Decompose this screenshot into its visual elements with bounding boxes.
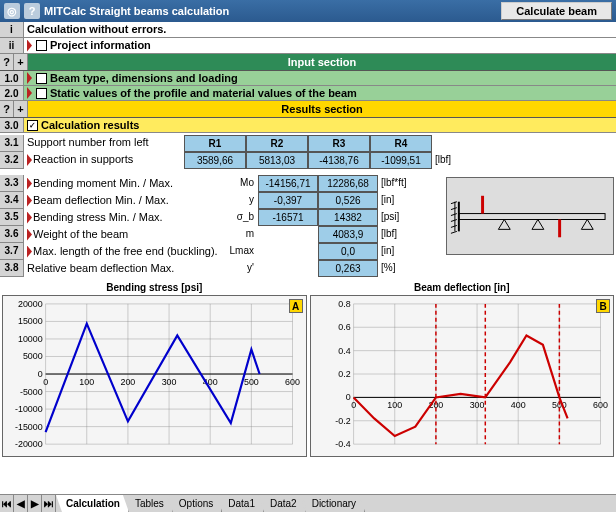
tab-nav[interactable]: ⏮ ◀ ▶ ⏭ — [0, 495, 56, 512]
help-toggle[interactable]: ? — [0, 54, 14, 70]
project-label: Project information — [50, 38, 151, 53]
svg-text:-0.4: -0.4 — [335, 439, 350, 449]
tr1-rh: 3.1 — [0, 135, 24, 152]
calculate-beam-button[interactable]: Calculate beam — [501, 2, 612, 20]
sr1-checkbox[interactable] — [36, 73, 47, 84]
chart-a[interactable]: Bending stress [psi] A -20000-15000-1000… — [2, 295, 307, 457]
subrow-3: 3.0 Calculation results — [0, 118, 616, 133]
sr2-cell: Static values of the profile and materia… — [24, 86, 616, 100]
info-text: Calculation without errors. — [24, 22, 616, 37]
tab-tables[interactable]: Tables — [125, 495, 173, 512]
input-section-label: Input section — [28, 54, 616, 70]
help-icon[interactable]: ? — [24, 3, 40, 19]
tab-data2[interactable]: Data2 — [260, 495, 306, 512]
expand-icon[interactable] — [27, 87, 32, 99]
svg-text:0: 0 — [351, 400, 356, 410]
sr1-label: Beam type, dimensions and loading — [50, 72, 238, 84]
svg-text:15000: 15000 — [18, 316, 43, 326]
nav-next-icon[interactable]: ▶ — [28, 495, 42, 512]
svg-rect-8 — [459, 214, 605, 220]
param-rh: 3.8 — [0, 260, 24, 277]
sr2-header: 2.0 — [0, 86, 24, 100]
param-rh: 3.3 — [0, 175, 24, 192]
tab-calculation[interactable]: Calculation — [56, 495, 129, 512]
svg-text:300: 300 — [162, 377, 177, 387]
svg-text:400: 400 — [510, 400, 525, 410]
col-r1: R1 — [184, 135, 246, 152]
svg-text:0.2: 0.2 — [338, 369, 350, 379]
param-lbl: Beam deflection Min. / Max. — [24, 192, 228, 209]
sr3-header: 3.0 — [0, 118, 24, 132]
param-v2: 14382 — [318, 209, 378, 226]
sr3-cell: Calculation results — [24, 118, 616, 132]
svg-marker-11 — [581, 219, 593, 229]
beam-diagram — [446, 177, 614, 255]
expand-icon[interactable] — [27, 229, 32, 241]
chart-b-badge[interactable]: B — [596, 299, 610, 313]
sr1-header: 1.0 — [0, 71, 24, 85]
results-section-row: ? + Results section — [0, 101, 616, 118]
param-v2: 0,526 — [318, 192, 378, 209]
svg-text:-15000: -15000 — [15, 422, 43, 432]
project-cell: Project information — [24, 38, 616, 53]
tab-data1[interactable]: Data1 — [218, 495, 264, 512]
project-row: ii Project information — [0, 38, 616, 54]
svg-text:-0.2: -0.2 — [335, 416, 350, 426]
subrow-2: 2.0 Static values of the profile and mat… — [0, 86, 616, 101]
expand-icon[interactable] — [27, 154, 32, 166]
svg-text:100: 100 — [79, 377, 94, 387]
expand-icon[interactable] — [27, 195, 32, 207]
plus-toggle[interactable]: + — [14, 54, 28, 70]
val-r1: 3589,66 — [184, 152, 246, 169]
expand-icon[interactable] — [27, 72, 32, 84]
params-list: 3.3 Bending moment Min. / Max. Mo -14156… — [0, 175, 446, 277]
window-title: MITCalc Straight beams calculation — [44, 5, 497, 17]
sr3-checkbox[interactable] — [27, 120, 38, 131]
svg-line-6 — [451, 225, 457, 227]
param-lbl: Bending moment Min. / Max. — [24, 175, 228, 192]
nav-last-icon[interactable]: ⏭ — [42, 495, 56, 512]
val-r3: -4138,76 — [308, 152, 370, 169]
chart-b-svg: -0.4-0.200.20.40.60.80100200300400500600 — [311, 296, 614, 456]
subrow-1: 1.0 Beam type, dimensions and loading — [0, 71, 616, 86]
param-v1: -0,397 — [258, 192, 318, 209]
svg-text:-20000: -20000 — [15, 439, 43, 449]
param-sym: y' — [228, 260, 258, 277]
param-v1: -16571 — [258, 209, 318, 226]
nav-first-icon[interactable]: ⏮ — [0, 495, 14, 512]
param-sym: Lmax — [228, 243, 258, 260]
expand-icon[interactable] — [27, 212, 32, 224]
svg-text:0.4: 0.4 — [338, 346, 350, 356]
chart-b[interactable]: Beam deflection [in] B -0.4-0.200.20.40.… — [310, 295, 615, 457]
titlebar: ◎ ? MITCalc Straight beams calculation C… — [0, 0, 616, 22]
mid-area: 3.3 Bending moment Min. / Max. Mo -14156… — [0, 171, 616, 277]
help-toggle-2[interactable]: ? — [0, 101, 14, 117]
input-section-row: ? + Input section — [0, 54, 616, 71]
param-sym: σ_b — [228, 209, 258, 226]
project-checkbox[interactable] — [36, 40, 47, 51]
param-rh: 3.4 — [0, 192, 24, 209]
results-section-label: Results section — [28, 101, 616, 117]
param-v1: -14156,71 — [258, 175, 318, 192]
plus-toggle-2[interactable]: + — [14, 101, 28, 117]
tr1-unit — [432, 135, 472, 152]
col-r3: R3 — [308, 135, 370, 152]
svg-text:5000: 5000 — [23, 351, 43, 361]
tab-dictionary[interactable]: Dictionary — [302, 495, 365, 512]
svg-text:-5000: -5000 — [20, 387, 43, 397]
chart-a-badge[interactable]: A — [289, 299, 303, 313]
svg-text:-10000: -10000 — [15, 404, 43, 414]
tabs-container: CalculationTablesOptionsData1Data2Dictio… — [56, 495, 361, 512]
chart-b-title: Beam deflection [in] — [311, 282, 614, 293]
expand-icon[interactable] — [27, 178, 32, 190]
param-unit: [%] — [378, 260, 418, 277]
svg-line-2 — [451, 202, 457, 204]
expand-icon[interactable] — [27, 246, 32, 258]
nav-prev-icon[interactable]: ◀ — [14, 495, 28, 512]
svg-text:20000: 20000 — [18, 299, 43, 309]
sr2-checkbox[interactable] — [36, 88, 47, 99]
tab-options[interactable]: Options — [169, 495, 222, 512]
expand-icon[interactable] — [27, 40, 32, 52]
project-rowheader: ii — [0, 38, 24, 53]
chart-a-title: Bending stress [psi] — [3, 282, 306, 293]
